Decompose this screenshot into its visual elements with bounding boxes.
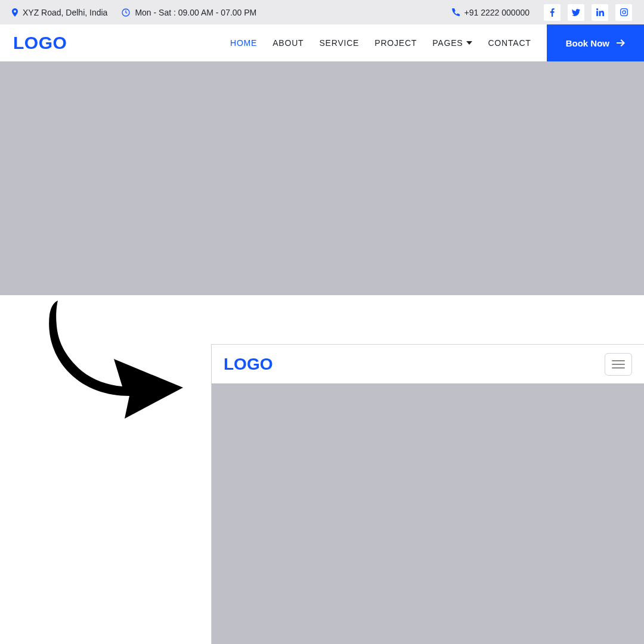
mobile-preview: LOGO bbox=[211, 344, 644, 644]
twitter-button[interactable] bbox=[568, 4, 584, 21]
main-nav: LOGO HOME ABOUT SERVICE PROJECT PAGES CO… bbox=[0, 24, 644, 61]
nav-service[interactable]: SERVICE bbox=[319, 38, 359, 48]
hours-text: Mon - Sat : 09.00 AM - 07.00 PM bbox=[135, 8, 256, 17]
mobile-header: LOGO bbox=[212, 345, 644, 383]
instagram-button[interactable] bbox=[615, 4, 632, 21]
address-text: XYZ Road, Delhi, India bbox=[23, 8, 107, 17]
lower-section: LOGO bbox=[0, 295, 644, 644]
phone-item[interactable]: +91 2222 000000 bbox=[452, 8, 530, 17]
chevron-down-icon bbox=[466, 41, 472, 45]
book-now-label: Book Now bbox=[566, 38, 609, 48]
topbar-right: +91 2222 000000 bbox=[452, 4, 632, 21]
nav-project[interactable]: PROJECT bbox=[374, 38, 417, 48]
curved-arrow-icon bbox=[47, 301, 183, 419]
logo[interactable]: LOGO bbox=[13, 33, 67, 53]
svg-point-3 bbox=[626, 10, 626, 10]
nav-pages[interactable]: PAGES bbox=[432, 38, 472, 48]
topbar: XYZ Road, Delhi, India Mon - Sat : 09.00… bbox=[0, 0, 644, 24]
facebook-icon bbox=[550, 8, 555, 17]
hamburger-button[interactable] bbox=[605, 353, 632, 376]
svg-point-2 bbox=[622, 11, 625, 14]
nav-right: HOME ABOUT SERVICE PROJECT PAGES CONTACT… bbox=[230, 24, 644, 61]
mobile-logo[interactable]: LOGO bbox=[224, 355, 273, 374]
clock-icon bbox=[122, 8, 130, 17]
facebook-button[interactable] bbox=[544, 4, 561, 21]
svg-rect-1 bbox=[620, 9, 627, 16]
phone-icon bbox=[452, 8, 460, 16]
twitter-icon bbox=[572, 9, 580, 16]
book-now-button[interactable]: Book Now bbox=[547, 24, 644, 61]
nav-home[interactable]: HOME bbox=[230, 38, 257, 48]
instagram-icon bbox=[620, 8, 628, 16]
mobile-hero-placeholder bbox=[212, 383, 644, 644]
nav-links: HOME ABOUT SERVICE PROJECT PAGES CONTACT bbox=[230, 38, 531, 48]
arrow-right-icon bbox=[617, 39, 625, 47]
hamburger-icon bbox=[612, 360, 625, 369]
linkedin-icon bbox=[596, 8, 604, 16]
nav-about[interactable]: ABOUT bbox=[273, 38, 304, 48]
topbar-left: XYZ Road, Delhi, India Mon - Sat : 09.00… bbox=[12, 8, 256, 17]
location-icon bbox=[12, 8, 18, 17]
linkedin-button[interactable] bbox=[592, 4, 608, 21]
nav-contact[interactable]: CONTACT bbox=[488, 38, 531, 48]
hero-placeholder bbox=[0, 61, 644, 295]
address-item: XYZ Road, Delhi, India bbox=[12, 8, 107, 17]
hours-item: Mon - Sat : 09.00 AM - 07.00 PM bbox=[122, 8, 256, 17]
nav-pages-label: PAGES bbox=[432, 38, 463, 48]
phone-text: +91 2222 000000 bbox=[465, 8, 530, 17]
